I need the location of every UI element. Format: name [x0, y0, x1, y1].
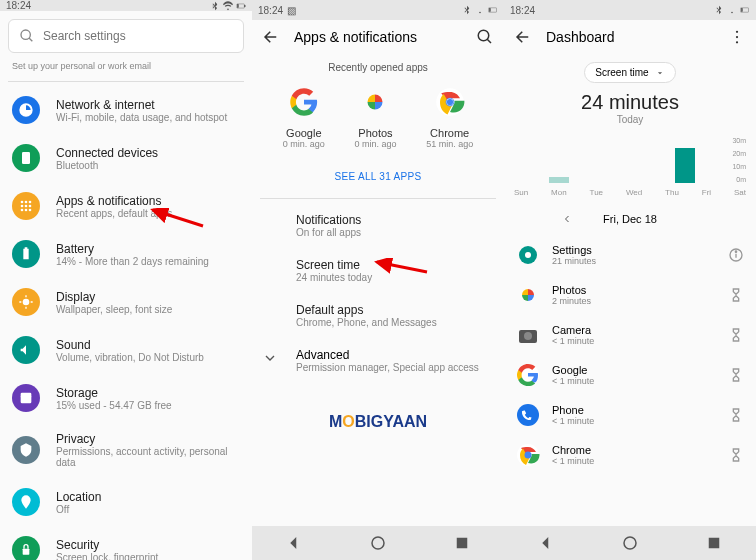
back-icon[interactable] [262, 28, 280, 46]
svg-point-39 [525, 252, 531, 258]
usage-chart: 30m20m10m0m SunMonTueWedThuFriSat [514, 137, 746, 197]
svg-rect-5 [22, 152, 30, 164]
dashboard-pane: 18:24 Dashboard Screen time 24 minutes T… [504, 0, 756, 560]
status-bar: 18:24 ▧ [252, 0, 504, 20]
nav-bar [252, 526, 504, 560]
recent-app-google[interactable]: Google 0 min. ago [283, 87, 325, 149]
see-all-apps-link[interactable]: SEE ALL 31 APPS [252, 159, 504, 194]
nav-home-icon[interactable] [369, 534, 387, 552]
recent-apps-row: Google 0 min. ago Photos 0 min. ago Chro… [252, 81, 504, 159]
nav-recent-icon[interactable] [705, 534, 723, 552]
svg-rect-2 [237, 4, 238, 7]
wifi-icon [223, 1, 233, 11]
svg-point-3 [21, 30, 30, 39]
settings-item-storage[interactable]: Storage15% used - 54.47 GB free [0, 374, 252, 422]
usage-row-google[interactable]: Google< 1 minute [504, 355, 756, 395]
search-icon[interactable] [476, 28, 494, 46]
settings-item-security[interactable]: SecurityScreen lock, fingerprint [0, 526, 252, 560]
setting-icon [12, 336, 40, 364]
apps-notifications-pane: 18:24 ▧ Apps & notifications Recently op… [252, 0, 504, 560]
advanced-item[interactable]: Advanced Permission manager, Special app… [252, 338, 504, 383]
appbar: Apps & notifications [252, 20, 504, 54]
setting-icon [12, 436, 40, 464]
svg-point-29 [447, 99, 453, 105]
hourglass-icon[interactable] [728, 407, 744, 423]
current-date: Fri, Dec 18 [603, 213, 657, 225]
svg-point-42 [735, 251, 736, 252]
svg-rect-32 [457, 538, 468, 549]
settings-item-connected-devices[interactable]: Connected devicesBluetooth [0, 134, 252, 182]
recent-app-photos[interactable]: Photos 0 min. ago [354, 87, 396, 149]
more-icon[interactable] [728, 28, 746, 46]
settings-item-display[interactable]: DisplayWallpaper, sleep, font size [0, 278, 252, 326]
notifications-item[interactable]: Notifications On for all apps [252, 203, 504, 248]
svg-point-48 [525, 452, 532, 459]
photos-icon [360, 87, 390, 117]
svg-point-8 [29, 201, 32, 204]
usage-row-chrome[interactable]: Chrome< 1 minute [504, 435, 756, 475]
settings-item-sound[interactable]: SoundVolume, vibration, Do Not Disturb [0, 326, 252, 374]
usage-row-photos[interactable]: Photos2 minutes [504, 275, 756, 315]
hourglass-icon[interactable] [728, 447, 744, 463]
svg-point-7 [25, 201, 28, 204]
settings-main-pane: 18:24 Set up your personal or work email… [0, 0, 252, 560]
search-input[interactable] [43, 29, 233, 43]
svg-point-46 [517, 404, 539, 426]
app-icon [516, 443, 540, 467]
svg-point-44 [524, 332, 532, 340]
svg-rect-1 [244, 5, 245, 7]
nav-home-icon[interactable] [621, 534, 639, 552]
back-icon[interactable] [514, 28, 532, 46]
setting-icon [12, 144, 40, 172]
screen-time-dropdown[interactable]: Screen time [584, 62, 675, 83]
chrome-icon [435, 87, 465, 117]
nav-recent-icon[interactable] [453, 534, 471, 552]
svg-point-13 [25, 209, 28, 212]
app-icon [516, 283, 540, 307]
watermark: MOBIGYAAN [252, 383, 504, 431]
default-apps-item[interactable]: Default apps Chrome, Phone, and Messages [252, 293, 504, 338]
bluetooth-icon [462, 5, 472, 15]
nav-back-icon[interactable] [285, 534, 303, 552]
nav-bar [504, 526, 756, 560]
wifi-icon [727, 5, 737, 15]
svg-line-30 [377, 262, 427, 272]
settings-item-apps-notifications[interactable]: Apps & notificationsRecent apps, default… [0, 182, 252, 230]
svg-point-24 [478, 30, 489, 41]
search-icon [19, 28, 35, 44]
app-icon [516, 403, 540, 427]
bluetooth-icon [210, 1, 220, 11]
usage-row-phone[interactable]: Phone< 1 minute [504, 395, 756, 435]
battery-icon [236, 1, 246, 11]
svg-rect-34 [741, 8, 742, 11]
svg-point-10 [25, 205, 28, 208]
usage-row-settings[interactable]: Settings21 minutes [504, 235, 756, 275]
svg-line-25 [487, 39, 491, 43]
svg-point-11 [29, 205, 32, 208]
total-time: 24 minutes [504, 91, 756, 114]
hourglass-icon[interactable] [728, 327, 744, 343]
battery-icon [488, 5, 498, 15]
hourglass-icon[interactable] [728, 287, 744, 303]
settings-item-battery[interactable]: Battery14% - More than 2 days remaining [0, 230, 252, 278]
prev-day-icon[interactable] [561, 213, 573, 225]
hourglass-icon[interactable] [728, 367, 744, 383]
wifi-icon [475, 5, 485, 15]
nav-back-icon[interactable] [537, 534, 555, 552]
settings-item-privacy[interactable]: PrivacyPermissions, account activity, pe… [0, 422, 252, 478]
setting-icon [12, 384, 40, 412]
google-icon [289, 87, 319, 117]
status-bar: 18:24 [0, 0, 252, 11]
appbar: Dashboard [504, 20, 756, 54]
recent-app-chrome[interactable]: Chrome 51 min. ago [426, 87, 473, 149]
info-icon[interactable] [728, 247, 744, 263]
settings-item-network-internet[interactable]: Network & internetWi-Fi, mobile, data us… [0, 86, 252, 134]
usage-row-camera[interactable]: Camera< 1 minute [504, 315, 756, 355]
search-settings[interactable] [8, 19, 244, 53]
svg-point-9 [21, 205, 24, 208]
svg-point-49 [624, 537, 636, 549]
setup-hint: Set up your personal or work email [0, 61, 252, 77]
settings-item-location[interactable]: LocationOff [0, 478, 252, 526]
setting-icon [12, 96, 40, 124]
app-icon [516, 243, 540, 267]
